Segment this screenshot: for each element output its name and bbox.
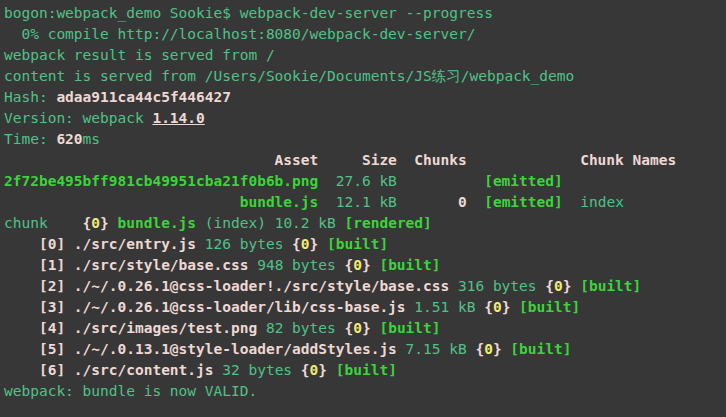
terminal-text-segment: 82 bytes <box>257 320 344 336</box>
terminal-text-segment <box>318 236 327 252</box>
terminal-text-segment: 0 <box>353 257 362 273</box>
terminal-text-segment: Version: webpack <box>4 110 152 126</box>
terminal-text-segment: 126 bytes <box>196 236 292 252</box>
terminal-line: bogon:webpack_demo Sookie$ webpack-dev-s… <box>4 3 726 24</box>
terminal-text-segment: 0% compile http://localhost:8080/webpack… <box>4 26 475 42</box>
terminal-text-segment <box>510 299 519 315</box>
terminal-text-segment: ms <box>83 131 100 147</box>
terminal-text-segment: { <box>545 278 554 294</box>
terminal-text-segment: bogon:webpack_demo Sookie$ webpack-dev-s… <box>4 5 493 21</box>
terminal-text-segment: 1.14.0 <box>152 110 204 126</box>
terminal-text-segment: } <box>362 257 371 273</box>
terminal-text-segment: webpack result is served from / <box>4 47 275 63</box>
terminal-line: Asset Size Chunks Chunk Names <box>4 150 726 171</box>
terminal-text-segment: { <box>344 257 353 273</box>
terminal-output: bogon:webpack_demo Sookie$ webpack-dev-s… <box>4 3 726 402</box>
terminal-text-segment <box>4 341 39 357</box>
terminal-text-segment <box>4 362 39 378</box>
terminal-text-segment: [built] <box>510 341 571 357</box>
terminal-text-segment: [emitted] <box>484 194 563 210</box>
terminal-text-segment <box>467 194 484 210</box>
terminal-text-segment: adaa911ca44c5f446427 <box>56 89 231 105</box>
terminal-text-segment: { <box>301 362 310 378</box>
terminal-text-segment: 0 <box>458 194 467 210</box>
terminal-line: Time: 620ms <box>4 129 726 150</box>
terminal-text-segment: [1] ./src/style/base.css <box>39 257 249 273</box>
terminal-line: 2f72be495bff981cb49951cba21f0b6b.png 27.… <box>4 171 726 192</box>
terminal-text-segment: } <box>318 362 327 378</box>
terminal-text-segment: bundle.js <box>118 215 197 231</box>
terminal-text-segment: 0 <box>484 341 493 357</box>
terminal-line: webpack result is served from / <box>4 45 726 66</box>
terminal-text-segment: [built] <box>336 362 397 378</box>
terminal-line: bundle.js 12.1 kB 0 [emitted] index <box>4 192 726 213</box>
terminal-line: [0] ./src/entry.js 126 bytes {0} [built] <box>4 234 726 255</box>
terminal-text-segment <box>4 320 39 336</box>
terminal-text-segment: 0 <box>353 320 362 336</box>
terminal-text-segment: { <box>484 299 493 315</box>
terminal-line: [3] ./~/.0.26.1@css-loader/lib/css-base.… <box>4 297 726 318</box>
terminal-line: [2] ./~/.0.26.1@css-loader!./src/style/b… <box>4 276 726 297</box>
terminal-text-segment: 1.51 kB <box>406 299 485 315</box>
terminal-text-segment: } <box>493 341 502 357</box>
terminal-text-segment: { <box>344 320 353 336</box>
terminal-text-segment: [2] ./~/.0.26.1@css-loader!./src/style/b… <box>39 278 449 294</box>
terminal-text-segment <box>109 215 118 231</box>
terminal-text-segment: 12.1 kB <box>318 194 458 210</box>
terminal-text-segment: Hash: <box>4 89 56 105</box>
terminal-text-segment: [6] ./src/content.js <box>39 362 214 378</box>
terminal-text-segment <box>4 257 39 273</box>
terminal-line: 0% compile http://localhost:8080/webpack… <box>4 24 726 45</box>
terminal-line: Hash: adaa911ca44c5f446427 <box>4 87 726 108</box>
terminal-line: [5] ./~/.0.13.1@style-loader/addStyles.j… <box>4 339 726 360</box>
terminal-text-segment: 0 <box>91 215 100 231</box>
terminal-window[interactable]: bogon:webpack_demo Sookie$ webpack-dev-s… <box>0 0 726 417</box>
terminal-text-segment: content is served from /Users/Sookie/Doc… <box>4 68 574 84</box>
terminal-line: Version: webpack 1.14.0 <box>4 108 726 129</box>
terminal-text-segment: [5] ./~/.0.13.1@style-loader/addStyles.j… <box>39 341 397 357</box>
terminal-text-segment: 620 <box>56 131 82 147</box>
terminal-text-segment: [built] <box>379 320 440 336</box>
terminal-text-segment <box>4 299 39 315</box>
terminal-text-segment: } <box>100 215 109 231</box>
terminal-text-segment: 32 bytes <box>214 362 301 378</box>
terminal-text-segment <box>571 278 580 294</box>
terminal-text-segment: index <box>563 194 624 210</box>
terminal-text-segment <box>4 194 240 210</box>
terminal-text-segment: [4] ./src/images/test.png <box>39 320 257 336</box>
terminal-text-segment: webpack: bundle is now VALID. <box>4 383 257 399</box>
terminal-text-segment: } <box>362 320 371 336</box>
terminal-text-segment <box>4 278 39 294</box>
terminal-text-segment: (index) 10.2 kB <box>196 215 344 231</box>
terminal-text-segment: [built] <box>519 299 580 315</box>
terminal-text-segment: 0 <box>310 362 319 378</box>
terminal-text-segment: { <box>83 215 92 231</box>
terminal-text-segment: [built] <box>580 278 641 294</box>
terminal-text-segment: 2f72be495bff981cb49951cba21f0b6b.png <box>4 173 318 189</box>
terminal-line: webpack: bundle is now VALID. <box>4 381 726 402</box>
terminal-text-segment: [0] ./src/entry.js <box>39 236 196 252</box>
terminal-text-segment: 0 <box>554 278 563 294</box>
terminal-text-segment: Time: <box>4 131 56 147</box>
terminal-text-segment <box>4 236 39 252</box>
terminal-text-segment: [built] <box>379 257 440 273</box>
terminal-line: chunk {0} bundle.js (index) 10.2 kB [ren… <box>4 213 726 234</box>
terminal-text-segment: chunk <box>4 215 83 231</box>
terminal-cursor-line <box>4 402 726 417</box>
terminal-text-segment: Asset Size Chunks Chunk Names <box>4 152 676 168</box>
terminal-line: [1] ./src/style/base.css 948 bytes {0} [… <box>4 255 726 276</box>
terminal-text-segment: [emitted] <box>484 173 563 189</box>
terminal-line: content is served from /Users/Sookie/Doc… <box>4 66 726 87</box>
terminal-text-segment: 0 <box>301 236 310 252</box>
terminal-text-segment: 27.6 kB <box>318 173 484 189</box>
terminal-text-segment: { <box>292 236 301 252</box>
terminal-text-segment: [built] <box>327 236 388 252</box>
terminal-line: [4] ./src/images/test.png 82 bytes {0} [… <box>4 318 726 339</box>
terminal-text-segment: 0 <box>493 299 502 315</box>
terminal-text-segment: bundle.js <box>240 194 319 210</box>
terminal-text-segment: 948 bytes <box>248 257 344 273</box>
terminal-text-segment: 316 bytes <box>449 278 545 294</box>
terminal-text-segment: } <box>310 236 319 252</box>
terminal-line: [6] ./src/content.js 32 bytes {0} [built… <box>4 360 726 381</box>
terminal-text-segment <box>327 362 336 378</box>
